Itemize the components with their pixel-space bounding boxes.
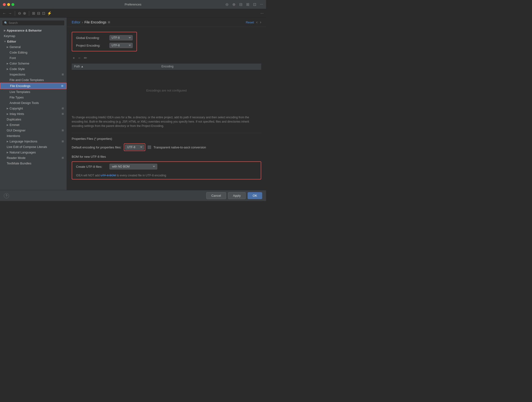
file-encodings-badge: ⊞ [61, 84, 63, 88]
bom-create-row: Create UTF-8 files: with NO BOM with BOM [76, 164, 257, 169]
properties-encoding-select[interactable]: UTF-8 UTF-16 [125, 145, 144, 150]
breadcrumb: Editor › File Encodings ⊞ [72, 20, 110, 24]
sidebar-item-label: Editor [7, 40, 16, 43]
bom-info-text: IDEA will NOT add UTF-8 BOM to every cre… [76, 174, 257, 177]
search-box[interactable]: 🔍 [2, 20, 65, 26]
properties-encoding-highlight: UTF-8 UTF-16 [124, 143, 145, 151]
forward-nav-button[interactable]: › [260, 20, 261, 24]
sidebar-item-intentions[interactable]: Intentions [0, 133, 67, 139]
chevron-right-icon3: ▶ [7, 62, 9, 65]
help-button[interactable]: ? [4, 193, 9, 198]
forward-icon[interactable]: → [8, 11, 12, 16]
sidebar-item-label: Font [10, 56, 16, 60]
sidebar-item-language-injections[interactable]: ▶ Language Injections ⊞ [0, 139, 67, 144]
table-empty-message: Encodings are not configured [72, 70, 261, 112]
reset-button[interactable]: Reset [246, 20, 254, 24]
sidebar-item-copyright[interactable]: ▶ Copyright ⊞ [0, 106, 67, 111]
zoom-in-icon[interactable]: ⊕ [232, 2, 235, 7]
inlay-hints-badge: ⊞ [62, 112, 64, 115]
back-icon[interactable]: ← [2, 11, 6, 16]
zoom-out-icon[interactable]: ⊖ [225, 2, 228, 7]
sidebar-item-textmate-bundles[interactable]: TextMate Bundles [0, 161, 67, 166]
sidebar-item-file-types[interactable]: File Types [0, 95, 67, 100]
sidebar-item-label: Android Design Tools [10, 101, 39, 105]
more-icon[interactable]: ··· [260, 2, 263, 7]
default-encoding-label: Default encoding for properties files: [72, 146, 121, 149]
window-icon[interactable]: ⊡ [253, 2, 256, 7]
project-encoding-select[interactable]: UTF-8 UTF-16 ISO-8859-1 [109, 43, 133, 48]
sidebar-item-label: Inspections [10, 73, 25, 76]
bottom-buttons: Cancel Apply OK [206, 192, 262, 199]
zoom-in-icon2[interactable]: ⊕ [23, 11, 26, 16]
ok-button[interactable]: OK [247, 192, 262, 199]
lightning-icon[interactable]: ⚡ [47, 11, 52, 16]
sidebar-item-label: Language Injections [10, 140, 37, 143]
sidebar-item-general[interactable]: ▶ General [0, 44, 67, 50]
bom-text-suffix: to every created file in UTF-8 encoding [116, 174, 166, 177]
transparent-label: Transparent native-to-ascii conversion [153, 146, 206, 149]
sidebar-item-label: Duplicates [7, 118, 21, 121]
maximize-button[interactable] [12, 3, 14, 6]
sidebar-item-duplicates[interactable]: Duplicates [0, 117, 67, 122]
sidebar-item-label: Keymap [4, 34, 15, 38]
path-column-label: Path [74, 65, 80, 68]
properties-row: Default encoding for properties files: U… [72, 143, 261, 151]
transparent-conversion-checkbox[interactable] [148, 146, 151, 149]
sidebar-item-file-code-templates[interactable]: File and Code Templates [0, 77, 67, 83]
sidebar-item-label: Natural Languages [10, 151, 36, 154]
sidebar-item-label: Intentions [7, 134, 20, 138]
breadcrumb-parent[interactable]: Editor [72, 20, 81, 24]
sidebar-item-label: File and Code Templates [10, 78, 44, 82]
sidebar-item-inlay-hints[interactable]: ▶ Inlay Hints ⊞ [0, 111, 67, 117]
tab-icon[interactable]: ⊟ [37, 11, 40, 16]
chevron-right-icon7: ▶ [7, 124, 9, 126]
layout-icon[interactable]: ⊟ [239, 2, 242, 7]
close-button[interactable] [3, 3, 6, 6]
content-area: Editor › File Encodings ⊞ Reset ‹ › Glob… [67, 18, 266, 190]
sidebar-item-code-style[interactable]: ▶ Code Style [0, 66, 67, 72]
search-input[interactable] [9, 21, 63, 25]
sidebar-item-gui-designer[interactable]: GUI Designer ⊞ [0, 128, 67, 133]
sidebar-item-label: File Types [10, 96, 24, 99]
chevron-down-icon: ▼ [4, 40, 6, 43]
sidebar-item-reader-mode[interactable]: Reader Mode ⊞ [0, 155, 67, 161]
toolbar-icons: ⊖ ⊕ ⊟ ⊞ ⊡ ··· [225, 2, 263, 7]
sidebar-item-live-templates[interactable]: Live Templates [0, 89, 67, 95]
sidebar-item-emmet[interactable]: ▶ Emmet [0, 122, 67, 128]
create-utf8-label: Create UTF-8 files: [76, 165, 107, 168]
sidebar-item-font[interactable]: Font [0, 55, 67, 61]
path-column-header[interactable]: Path ▲ [72, 64, 159, 70]
sidebar-item-inspections[interactable]: Inspections ⊞ [0, 72, 67, 77]
sidebar-item-label: Live Edit of Compose Literals [7, 145, 47, 149]
sidebar-item-color-scheme[interactable]: ▶ Color Scheme [0, 61, 67, 66]
bom-select[interactable]: with NO BOM with BOM [109, 164, 157, 169]
global-encoding-label: Global Encoding: [76, 36, 107, 40]
sidebar-item-code-editing[interactable]: Code Editing [0, 50, 67, 55]
apply-button[interactable]: Apply [228, 192, 246, 199]
ellipsis-icon[interactable]: ··· [260, 11, 264, 16]
gui-designer-badge: ⊞ [62, 129, 64, 132]
sidebar-item-editor[interactable]: ▼ Editor [0, 39, 67, 44]
sidebar-item-live-edit[interactable]: Live Edit of Compose Literals [0, 144, 67, 150]
sidebar-item-label: Code Style [10, 67, 25, 71]
add-encoding-button[interactable]: + [72, 55, 76, 61]
global-encoding-select[interactable]: UTF-8 UTF-16 ISO-8859-1 [109, 35, 133, 40]
zoom-icon[interactable]: ⊖ [18, 11, 21, 16]
sidebar-item-natural-languages[interactable]: ▶ Natural Languages [0, 150, 67, 155]
cancel-button[interactable]: Cancel [206, 192, 226, 199]
sidebar-item-keymap[interactable]: Keymap [0, 33, 67, 39]
back-nav-button[interactable]: ‹ [256, 20, 257, 24]
panel-icon[interactable]: ⊡ [42, 11, 45, 16]
grid-icon[interactable]: ⊞ [32, 11, 35, 16]
split-icon[interactable]: ⊞ [246, 2, 249, 7]
minimize-button[interactable] [7, 3, 10, 6]
edit-encoding-button[interactable]: ✏ [83, 55, 88, 61]
chevron-right-icon9: ▶ [7, 151, 9, 154]
copyright-badge: ⊞ [62, 107, 64, 110]
breadcrumb-separator: › [82, 20, 83, 24]
remove-encoding-button[interactable]: − [77, 55, 81, 61]
sidebar-item-appearance[interactable]: ▶ Appearance & Behavior [0, 28, 67, 33]
sidebar-item-android-design[interactable]: Android Design Tools [0, 100, 67, 106]
sidebar-item-file-encodings[interactable]: File Encodings ⊞ [0, 83, 67, 89]
sidebar-item-label: GUI Designer [7, 128, 25, 132]
